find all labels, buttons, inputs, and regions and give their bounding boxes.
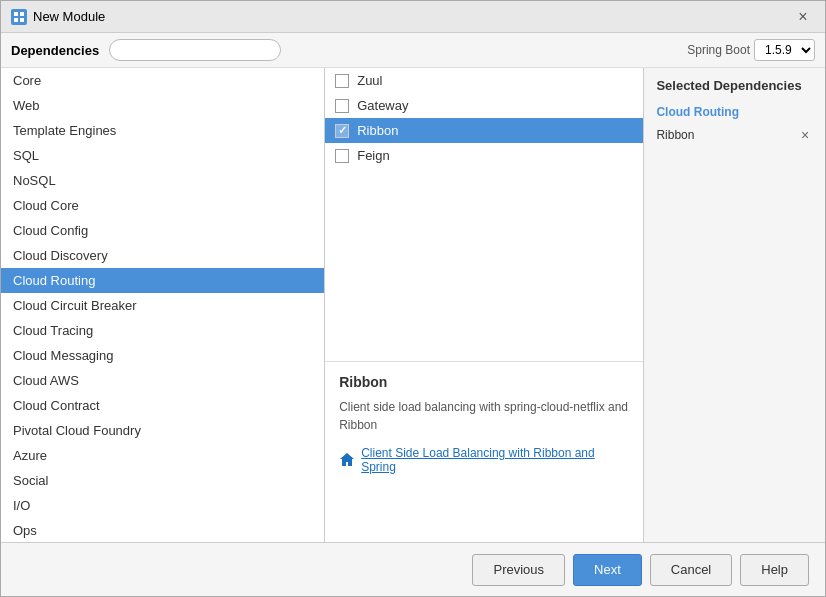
category-item-cloud-messaging[interactable]: Cloud Messaging	[1, 343, 324, 368]
search-input[interactable]	[109, 39, 281, 61]
content-area: CoreWebTemplate EnginesSQLNoSQLCloud Cor…	[1, 68, 825, 542]
category-list: CoreWebTemplate EnginesSQLNoSQLCloud Cor…	[1, 68, 324, 542]
selected-dependencies-title: Selected Dependencies	[656, 78, 813, 93]
middle-panel: ZuulGatewayRibbonFeign Ribbon Client sid…	[325, 68, 644, 542]
description-area: Ribbon Client side load balancing with s…	[325, 362, 643, 542]
description-link[interactable]: Client Side Load Balancing with Ribbon a…	[339, 446, 629, 474]
category-item-sql[interactable]: SQL	[1, 143, 324, 168]
category-item-core[interactable]: Core	[1, 68, 324, 93]
category-item-cloud-contract[interactable]: Cloud Contract	[1, 393, 324, 418]
module-items-list: ZuulGatewayRibbonFeign	[325, 68, 643, 362]
title-bar-left: New Module	[11, 9, 105, 25]
module-item-label-zuul: Zuul	[357, 73, 382, 88]
category-item-cloud-tracing[interactable]: Cloud Tracing	[1, 318, 324, 343]
checkbox-ribbon[interactable]	[335, 124, 349, 138]
category-item-nosql[interactable]: NoSQL	[1, 168, 324, 193]
remove-selected-item-button[interactable]: ×	[797, 127, 813, 143]
selected-item-name: Ribbon	[656, 128, 694, 142]
dependencies-label: Dependencies	[11, 43, 99, 58]
link-text: Client Side Load Balancing with Ribbon a…	[361, 446, 629, 474]
module-item-gateway[interactable]: Gateway	[325, 93, 643, 118]
category-item-cloud-discovery[interactable]: Cloud Discovery	[1, 243, 324, 268]
module-item-label-ribbon: Ribbon	[357, 123, 398, 138]
checkbox-gateway[interactable]	[335, 99, 349, 113]
module-item-ribbon[interactable]: Ribbon	[325, 118, 643, 143]
help-button[interactable]: Help	[740, 554, 809, 586]
dialog-title: New Module	[33, 9, 105, 24]
title-bar: New Module ×	[1, 1, 825, 33]
category-item-web[interactable]: Web	[1, 93, 324, 118]
svg-rect-2	[14, 18, 18, 22]
spring-boot-label: Spring Boot	[687, 43, 750, 57]
category-item-cloud-circuit-breaker[interactable]: Cloud Circuit Breaker	[1, 293, 324, 318]
cancel-button[interactable]: Cancel	[650, 554, 732, 586]
new-module-dialog: New Module × Dependencies Spring Boot 1.…	[0, 0, 826, 597]
category-item-cloud-config[interactable]: Cloud Config	[1, 218, 324, 243]
close-button[interactable]: ×	[791, 5, 815, 29]
home-icon	[339, 452, 355, 468]
selected-item-row: Ribbon×	[656, 125, 813, 145]
spring-boot-selector: Spring Boot 1.5.9	[687, 39, 815, 61]
category-item-cloud-routing[interactable]: Cloud Routing	[1, 268, 324, 293]
selected-deps-content: Cloud RoutingRibbon×	[656, 105, 813, 145]
category-item-io[interactable]: I/O	[1, 493, 324, 518]
module-item-zuul[interactable]: Zuul	[325, 68, 643, 93]
left-panel: CoreWebTemplate EnginesSQLNoSQLCloud Cor…	[1, 68, 325, 542]
category-item-pivotal-cloud-foundry[interactable]: Pivotal Cloud Foundry	[1, 418, 324, 443]
desc-title: Ribbon	[339, 374, 629, 390]
spring-boot-version-select[interactable]: 1.5.9	[754, 39, 815, 61]
previous-button[interactable]: Previous	[472, 554, 565, 586]
category-item-template-engines[interactable]: Template Engines	[1, 118, 324, 143]
svg-rect-0	[14, 12, 18, 16]
top-controls: Dependencies Spring Boot 1.5.9	[1, 33, 825, 68]
category-item-cloud-core[interactable]: Cloud Core	[1, 193, 324, 218]
category-item-cloud-aws[interactable]: Cloud AWS	[1, 368, 324, 393]
svg-rect-3	[20, 18, 24, 22]
module-item-label-feign: Feign	[357, 148, 390, 163]
app-icon	[11, 9, 27, 25]
category-item-azure[interactable]: Azure	[1, 443, 324, 468]
category-item-ops[interactable]: Ops	[1, 518, 324, 542]
selected-cat-cloud-routing: Cloud Routing	[656, 105, 813, 119]
footer: Previous Next Cancel Help	[1, 542, 825, 596]
module-item-feign[interactable]: Feign	[325, 143, 643, 168]
next-button[interactable]: Next	[573, 554, 642, 586]
svg-rect-1	[20, 12, 24, 16]
category-item-social[interactable]: Social	[1, 468, 324, 493]
desc-text: Client side load balancing with spring-c…	[339, 398, 629, 434]
right-panel: Selected Dependencies Cloud RoutingRibbo…	[644, 68, 825, 542]
checkbox-zuul[interactable]	[335, 74, 349, 88]
checkbox-feign[interactable]	[335, 149, 349, 163]
module-item-label-gateway: Gateway	[357, 98, 408, 113]
